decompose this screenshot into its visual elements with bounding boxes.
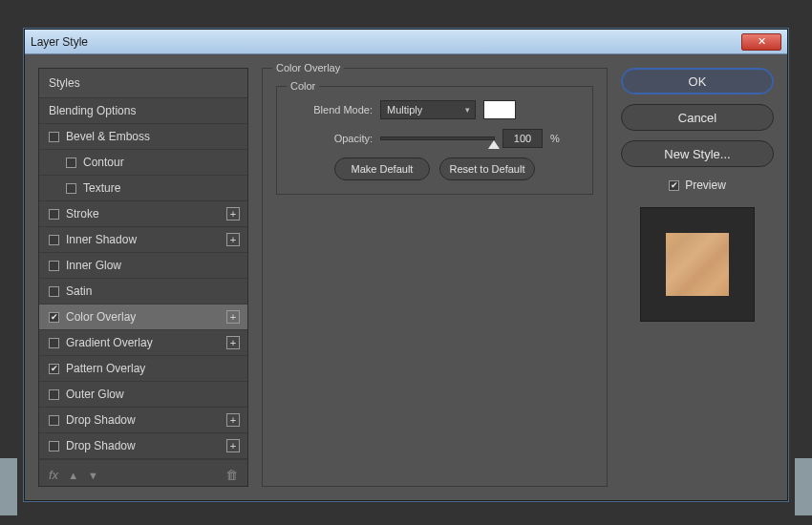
checkbox-icon[interactable] xyxy=(49,286,59,297)
style-item-stroke[interactable]: Stroke + xyxy=(39,201,247,227)
settings-panel: Color Overlay Color Blend Mode: Multiply… xyxy=(262,68,608,487)
list-item-label: Gradient Overlay xyxy=(66,336,153,349)
blend-mode-value: Multiply xyxy=(387,104,422,116)
checkbox-icon[interactable] xyxy=(49,364,59,374)
opacity-input[interactable]: 100 xyxy=(502,129,543,148)
checkbox-icon[interactable] xyxy=(66,158,76,168)
styles-list: Styles Blending Options Bevel & Emboss C… xyxy=(38,68,248,487)
new-style-button[interactable]: New Style... xyxy=(621,140,774,167)
list-item-label: Outer Glow xyxy=(66,388,124,401)
checkbox-icon[interactable] xyxy=(49,441,59,452)
add-effect-icon[interactable]: + xyxy=(226,310,240,324)
styles-footer: fx ▲ ▼ 🗑 xyxy=(39,459,247,490)
checkbox-icon[interactable] xyxy=(49,389,59,400)
preview-checkbox[interactable] xyxy=(669,180,679,191)
style-item-inner-glow[interactable]: Inner Glow xyxy=(39,253,247,279)
titlebar[interactable]: Layer Style ✕ xyxy=(25,30,787,54)
close-button[interactable]: ✕ xyxy=(741,33,781,51)
preview-thumbnail xyxy=(640,207,755,322)
preview-label: Preview xyxy=(685,178,726,192)
list-item-label: Texture xyxy=(83,181,120,195)
list-item-label: Bevel & Emboss xyxy=(66,130,150,143)
list-item-label: Inner Glow xyxy=(66,259,121,272)
checkbox-icon[interactable] xyxy=(66,183,76,194)
color-swatch[interactable] xyxy=(483,100,516,119)
ok-button[interactable]: OK xyxy=(621,68,774,94)
style-item-pattern-overlay[interactable]: Pattern Overlay xyxy=(39,356,247,382)
preview-image xyxy=(666,233,729,296)
style-item-satin[interactable]: Satin xyxy=(39,279,247,304)
style-item-bevel-emboss[interactable]: Bevel & Emboss xyxy=(39,124,247,150)
make-default-button[interactable]: Make Default xyxy=(334,158,430,180)
checkbox-icon[interactable] xyxy=(49,338,59,348)
trash-icon[interactable]: 🗑 xyxy=(225,468,238,482)
list-item-label: Drop Shadow xyxy=(66,413,136,427)
opacity-label: Opacity: xyxy=(290,133,373,144)
blend-mode-label: Blend Mode: xyxy=(290,104,373,116)
checkbox-icon[interactable] xyxy=(49,132,59,142)
panel-title: Color Overlay xyxy=(272,62,344,74)
style-item-color-overlay[interactable]: Color Overlay + xyxy=(39,304,247,330)
action-column: OK Cancel New Style... Preview xyxy=(621,68,774,487)
move-up-icon[interactable]: ▲ xyxy=(68,470,78,481)
reset-default-button[interactable]: Reset to Default xyxy=(439,158,535,180)
list-item-label: Stroke xyxy=(66,207,99,220)
opacity-slider[interactable] xyxy=(380,136,495,140)
add-effect-icon[interactable]: + xyxy=(226,439,240,452)
close-icon: ✕ xyxy=(758,35,766,48)
fx-menu-icon[interactable]: fx xyxy=(49,468,58,482)
style-item-texture[interactable]: Texture xyxy=(39,176,247,201)
list-item-label: Pattern Overlay xyxy=(66,362,145,375)
list-item-label: Inner Shadow xyxy=(66,233,137,246)
group-title: Color xyxy=(287,80,319,92)
style-item-inner-shadow[interactable]: Inner Shadow + xyxy=(39,227,247,253)
checkbox-icon[interactable] xyxy=(49,415,59,426)
add-effect-icon[interactable]: + xyxy=(226,207,240,220)
cancel-button[interactable]: Cancel xyxy=(621,104,774,131)
dialog-title: Layer Style xyxy=(31,35,741,49)
color-group: Color Blend Mode: Multiply ▾ Opacity: 10… xyxy=(276,86,593,195)
list-item-label: Blending Options xyxy=(49,104,136,117)
checkbox-icon[interactable] xyxy=(49,261,59,271)
blending-options-item[interactable]: Blending Options xyxy=(39,98,247,124)
checkbox-icon[interactable] xyxy=(49,235,59,245)
style-item-gradient-overlay[interactable]: Gradient Overlay + xyxy=(39,330,247,356)
add-effect-icon[interactable]: + xyxy=(226,336,240,349)
move-down-icon[interactable]: ▼ xyxy=(88,470,98,481)
add-effect-icon[interactable]: + xyxy=(226,233,240,246)
slider-thumb-icon[interactable] xyxy=(488,140,500,149)
blend-mode-select[interactable]: Multiply ▾ xyxy=(380,100,476,119)
add-effect-icon[interactable]: + xyxy=(226,413,240,427)
list-item-label: Color Overlay xyxy=(66,310,136,324)
opacity-unit: % xyxy=(550,133,560,144)
style-item-contour[interactable]: Contour xyxy=(39,150,247,176)
list-item-label: Contour xyxy=(83,156,124,169)
checkbox-icon[interactable] xyxy=(49,312,59,323)
list-item-label: Drop Shadow xyxy=(66,439,136,452)
layer-style-dialog: Layer Style ✕ Styles Blending Options Be… xyxy=(24,29,788,501)
checkbox-icon[interactable] xyxy=(49,209,59,220)
style-item-outer-glow[interactable]: Outer Glow xyxy=(39,382,247,408)
list-item-label: Satin xyxy=(66,284,92,298)
chevron-down-icon: ▾ xyxy=(465,105,470,115)
style-item-drop-shadow[interactable]: Drop Shadow + xyxy=(39,408,247,433)
style-item-drop-shadow-2[interactable]: Drop Shadow + xyxy=(39,433,247,459)
styles-header[interactable]: Styles xyxy=(39,69,247,98)
